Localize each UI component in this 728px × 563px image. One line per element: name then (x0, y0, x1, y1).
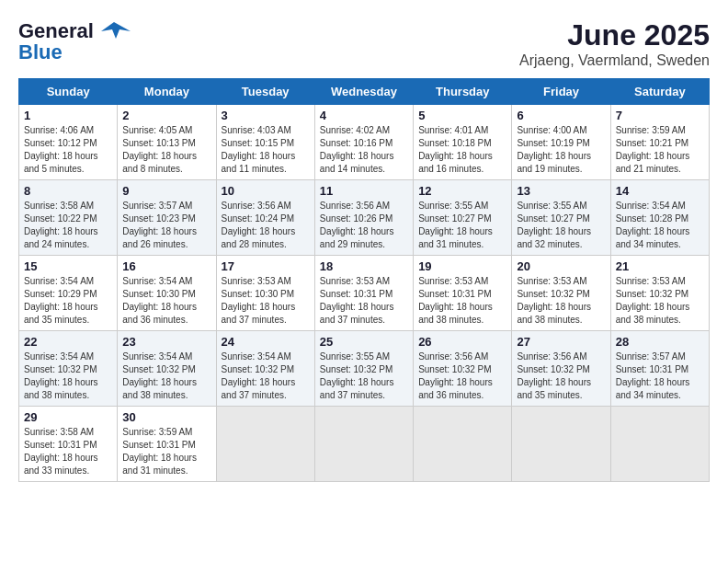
calendar-cell: 6Sunrise: 4:00 AMSunset: 10:19 PMDayligh… (512, 105, 610, 180)
day-detail: Sunrise: 3:55 AMSunset: 10:27 PMDaylight… (418, 200, 506, 251)
calendar-week-row: 8Sunrise: 3:58 AMSunset: 10:22 PMDayligh… (19, 180, 710, 256)
day-detail: Sunrise: 4:05 AMSunset: 10:13 PMDaylight… (122, 124, 210, 176)
day-header-monday: Monday (118, 79, 216, 105)
day-detail: Sunrise: 3:57 AMSunset: 10:23 PMDaylight… (122, 200, 210, 251)
day-detail: Sunrise: 3:54 AMSunset: 10:29 PMDaylight… (24, 275, 112, 327)
calendar-cell (512, 407, 610, 482)
calendar-cell: 7Sunrise: 3:59 AMSunset: 10:21 PMDayligh… (610, 105, 709, 180)
day-header-tuesday: Tuesday (216, 79, 314, 105)
day-number: 28 (616, 335, 704, 349)
day-detail: Sunrise: 3:54 AMSunset: 10:32 PMDaylight… (122, 350, 210, 402)
calendar-cell: 15Sunrise: 3:54 AMSunset: 10:29 PMDaylig… (19, 256, 118, 331)
day-detail: Sunrise: 3:56 AMSunset: 10:26 PMDaylight… (320, 200, 408, 251)
day-number: 6 (517, 109, 605, 122)
day-number: 16 (122, 259, 210, 273)
day-number: 23 (122, 335, 210, 349)
day-detail: Sunrise: 3:54 AMSunset: 10:32 PMDaylight… (24, 350, 112, 402)
day-detail: Sunrise: 3:53 AMSunset: 10:32 PMDaylight… (517, 275, 605, 327)
calendar-cell (414, 407, 512, 482)
day-number: 20 (517, 259, 605, 273)
day-header-friday: Friday (512, 79, 610, 105)
day-header-thursday: Thursday (414, 79, 512, 105)
day-number: 5 (418, 109, 506, 122)
day-number: 25 (320, 335, 408, 349)
day-detail: Sunrise: 3:56 AMSunset: 10:32 PMDaylight… (517, 350, 605, 402)
day-detail: Sunrise: 3:54 AMSunset: 10:32 PMDaylight… (222, 350, 310, 402)
calendar-cell (610, 407, 709, 482)
day-number: 15 (24, 259, 112, 273)
calendar-cell: 28Sunrise: 3:57 AMSunset: 10:31 PMDaylig… (610, 331, 709, 407)
day-detail: Sunrise: 4:03 AMSunset: 10:15 PMDaylight… (222, 124, 310, 176)
day-number: 3 (222, 109, 310, 122)
day-number: 12 (418, 184, 506, 198)
day-detail: Sunrise: 3:53 AMSunset: 10:31 PMDaylight… (320, 275, 408, 327)
calendar-cell: 23Sunrise: 3:54 AMSunset: 10:32 PMDaylig… (118, 331, 216, 407)
calendar-cell: 21Sunrise: 3:53 AMSunset: 10:32 PMDaylig… (610, 256, 709, 331)
calendar-week-row: 15Sunrise: 3:54 AMSunset: 10:29 PMDaylig… (19, 256, 710, 331)
calendar-cell: 22Sunrise: 3:54 AMSunset: 10:32 PMDaylig… (19, 331, 118, 407)
calendar-cell: 19Sunrise: 3:53 AMSunset: 10:31 PMDaylig… (414, 256, 512, 331)
day-detail: Sunrise: 3:53 AMSunset: 10:32 PMDaylight… (616, 275, 704, 327)
day-number: 24 (222, 335, 310, 349)
day-number: 14 (616, 184, 704, 198)
day-number: 1 (24, 109, 112, 122)
logo-blue-text: Blue (18, 40, 63, 64)
calendar-cell: 30Sunrise: 3:59 AMSunset: 10:31 PMDaylig… (118, 407, 216, 482)
day-number: 19 (418, 259, 506, 273)
day-number: 9 (122, 184, 210, 198)
day-number: 30 (122, 410, 210, 424)
day-number: 29 (24, 410, 112, 424)
day-number: 21 (616, 259, 704, 273)
calendar-cell: 20Sunrise: 3:53 AMSunset: 10:32 PMDaylig… (512, 256, 610, 331)
calendar-cell: 16Sunrise: 3:54 AMSunset: 10:30 PMDaylig… (118, 256, 216, 331)
location-subtitle: Arjaeng, Vaermland, Sweden (519, 52, 710, 69)
day-detail: Sunrise: 3:58 AMSunset: 10:31 PMDaylight… (24, 426, 112, 477)
day-detail: Sunrise: 3:55 AMSunset: 10:27 PMDaylight… (517, 200, 605, 251)
calendar-week-row: 22Sunrise: 3:54 AMSunset: 10:32 PMDaylig… (19, 331, 710, 407)
calendar-week-row: 29Sunrise: 3:58 AMSunset: 10:31 PMDaylig… (19, 407, 710, 482)
month-year-title: June 2025 (519, 18, 710, 52)
calendar-cell: 9Sunrise: 3:57 AMSunset: 10:23 PMDayligh… (118, 180, 216, 256)
day-detail: Sunrise: 3:59 AMSunset: 10:21 PMDaylight… (616, 124, 704, 176)
calendar-cell: 10Sunrise: 3:56 AMSunset: 10:24 PMDaylig… (216, 180, 314, 256)
day-detail: Sunrise: 3:56 AMSunset: 10:24 PMDaylight… (222, 200, 310, 251)
calendar-cell: 2Sunrise: 4:05 AMSunset: 10:13 PMDayligh… (118, 105, 216, 180)
day-detail: Sunrise: 3:53 AMSunset: 10:31 PMDaylight… (418, 275, 506, 327)
day-detail: Sunrise: 3:57 AMSunset: 10:31 PMDaylight… (616, 350, 704, 402)
logo: General Blue (18, 18, 131, 64)
day-number: 18 (320, 259, 408, 273)
calendar-cell: 3Sunrise: 4:03 AMSunset: 10:15 PMDayligh… (216, 105, 314, 180)
day-number: 13 (517, 184, 605, 198)
calendar-cell: 17Sunrise: 3:53 AMSunset: 10:30 PMDaylig… (216, 256, 314, 331)
calendar-cell: 14Sunrise: 3:54 AMSunset: 10:28 PMDaylig… (610, 180, 709, 256)
day-header-sunday: Sunday (19, 79, 118, 105)
calendar-cell: 4Sunrise: 4:02 AMSunset: 10:16 PMDayligh… (314, 105, 413, 180)
day-number: 17 (222, 259, 310, 273)
calendar-cell: 27Sunrise: 3:56 AMSunset: 10:32 PMDaylig… (512, 331, 610, 407)
day-number: 26 (418, 335, 506, 349)
day-number: 7 (616, 109, 704, 122)
day-number: 10 (222, 184, 310, 198)
day-detail: Sunrise: 3:59 AMSunset: 10:31 PMDaylight… (122, 426, 210, 477)
day-detail: Sunrise: 3:54 AMSunset: 10:28 PMDaylight… (616, 200, 704, 251)
day-number: 11 (320, 184, 408, 198)
svg-marker-0 (101, 22, 131, 39)
title-block: June 2025 Arjaeng, Vaermland, Sweden (519, 18, 710, 69)
day-detail: Sunrise: 3:54 AMSunset: 10:30 PMDaylight… (122, 275, 210, 327)
calendar-header-row: SundayMondayTuesdayWednesdayThursdayFrid… (19, 79, 710, 105)
day-number: 27 (517, 335, 605, 349)
calendar-cell: 12Sunrise: 3:55 AMSunset: 10:27 PMDaylig… (414, 180, 512, 256)
day-number: 22 (24, 335, 112, 349)
day-detail: Sunrise: 3:56 AMSunset: 10:32 PMDaylight… (418, 350, 506, 402)
day-header-saturday: Saturday (610, 79, 709, 105)
calendar-cell: 26Sunrise: 3:56 AMSunset: 10:32 PMDaylig… (414, 331, 512, 407)
day-number: 4 (320, 109, 408, 122)
calendar-cell (314, 407, 413, 482)
day-detail: Sunrise: 3:58 AMSunset: 10:22 PMDaylight… (24, 200, 112, 251)
calendar-table: SundayMondayTuesdayWednesdayThursdayFrid… (18, 78, 710, 482)
day-header-wednesday: Wednesday (314, 79, 413, 105)
calendar-cell: 18Sunrise: 3:53 AMSunset: 10:31 PMDaylig… (314, 256, 413, 331)
page-header: General Blue June 2025 Arjaeng, Vaermlan… (18, 18, 710, 69)
day-number: 2 (122, 109, 210, 122)
day-detail: Sunrise: 3:53 AMSunset: 10:30 PMDaylight… (222, 275, 310, 327)
